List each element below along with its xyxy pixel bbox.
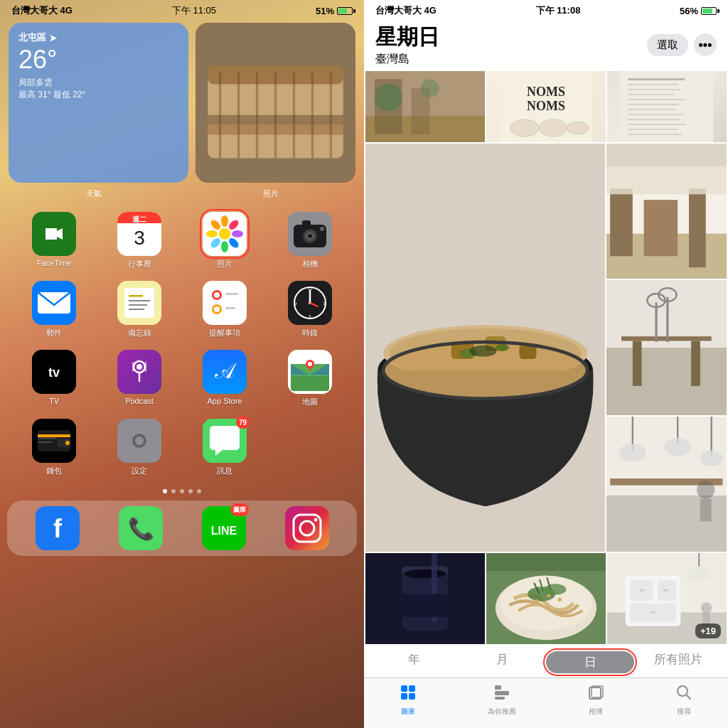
- dock-phone[interactable]: 📞: [119, 506, 163, 550]
- app-calendar[interactable]: 週二3 行事曆: [97, 208, 182, 274]
- tab-day[interactable]: 日: [546, 651, 634, 673]
- app-grid: FaceTime 週二3 行事曆: [0, 205, 364, 483]
- weather-temperature: 26°: [18, 46, 178, 74]
- app-facetime[interactable]: FaceTime: [11, 208, 97, 274]
- dot-5: [197, 489, 201, 493]
- svg-point-48: [214, 292, 220, 298]
- photo-main-soup[interactable]: [365, 144, 605, 552]
- photo-thumb-cafe[interactable]: [365, 71, 485, 142]
- svg-rect-133: [628, 129, 678, 130]
- svg-rect-93: [149, 439, 156, 443]
- app-photos[interactable]: 照片: [182, 208, 267, 274]
- svg-rect-174: [700, 499, 712, 522]
- svg-rect-42: [129, 295, 143, 297]
- svg-point-28: [206, 230, 218, 237]
- weather-widget[interactable]: 北屯區 ➤ 26° 局部多雲 最高 31° 最低 22°: [9, 23, 188, 183]
- photos-header: 星期日 臺灣島 選取 •••: [364, 20, 728, 71]
- svg-point-146: [469, 346, 496, 357]
- facetime-icon: [32, 212, 76, 256]
- widget-labels: 天氣 照片: [0, 188, 364, 205]
- app-reminders[interactable]: 提醒事項: [182, 277, 267, 343]
- select-button[interactable]: 選取: [647, 34, 688, 56]
- app-mail[interactable]: 郵件: [11, 277, 97, 343]
- tab-year[interactable]: 年: [370, 651, 458, 673]
- svg-text:NOMS: NOMS: [527, 85, 565, 99]
- app-tv[interactable]: tv TV: [11, 346, 97, 412]
- svg-rect-52: [225, 307, 235, 309]
- battery-right: 56%: [680, 6, 717, 16]
- svg-point-205: [701, 602, 712, 614]
- svg-rect-105: [285, 506, 329, 550]
- svg-point-189: [558, 598, 562, 601]
- svg-rect-51: [225, 293, 238, 295]
- svg-point-173: [697, 481, 714, 498]
- mail-label: 郵件: [46, 328, 62, 338]
- photo-thumb-menu[interactable]: [607, 71, 727, 142]
- clock-icon: 12369: [288, 281, 332, 325]
- svg-rect-82: [38, 434, 70, 437]
- dock-line[interactable]: LINE 圖庫: [202, 506, 246, 550]
- nav-library[interactable]: 圖庫: [400, 684, 417, 717]
- line-icon: LINE 圖庫: [202, 506, 246, 550]
- photo-grid-bottom: +19: [364, 552, 728, 644]
- svg-point-37: [320, 227, 324, 231]
- app-camera[interactable]: 相機: [267, 208, 353, 274]
- search-label: 搜尋: [677, 707, 691, 717]
- photo-right-interior-1[interactable]: [606, 144, 727, 279]
- svg-rect-159: [691, 341, 700, 386]
- photo-bottom-noodles[interactable]: [486, 553, 606, 644]
- podcast-label: Podcast: [125, 397, 154, 405]
- photo-thumb-noms[interactable]: NOMS NOMS: [486, 71, 606, 142]
- messages-icon: 79: [203, 419, 247, 463]
- nav-foryou[interactable]: 為你推薦: [488, 684, 516, 717]
- svg-rect-211: [495, 685, 501, 690]
- svg-rect-45: [129, 309, 144, 310]
- time-left: 下午 11:05: [172, 4, 216, 17]
- nav-search[interactable]: 搜尋: [675, 684, 692, 717]
- weather-label: 天氣: [9, 188, 178, 199]
- app-clock[interactable]: 12369 時鐘: [267, 277, 353, 343]
- location-arrow-icon: ➤: [49, 33, 57, 43]
- dock-facebook[interactable]: f: [36, 506, 80, 550]
- svg-rect-152: [689, 188, 706, 267]
- tab-month[interactable]: 月: [458, 651, 546, 673]
- facetime-label: FaceTime: [37, 259, 72, 267]
- photo-right-interior-3[interactable]: [606, 417, 727, 552]
- weather-location: 北屯區 ➤: [18, 31, 178, 44]
- reminders-icon: [203, 281, 247, 325]
- carrier-right: 台灣大哥大 4G: [375, 4, 437, 17]
- tab-all[interactable]: 所有照片: [634, 651, 722, 673]
- more-button[interactable]: •••: [694, 33, 717, 56]
- svg-rect-200: [639, 589, 645, 592]
- app-maps[interactable]: 地圖: [267, 346, 353, 412]
- svg-rect-129: [628, 109, 676, 110]
- app-wallet[interactable]: 錢包: [11, 414, 97, 481]
- photo-widget[interactable]: [196, 23, 355, 183]
- svg-rect-122: [621, 71, 713, 142]
- dock-instagram[interactable]: [285, 506, 329, 550]
- svg-text:NOMS: NOMS: [527, 99, 565, 113]
- calendar-icon: 週二3: [117, 212, 161, 256]
- svg-point-35: [308, 234, 312, 238]
- photo-right-interior-2[interactable]: [606, 280, 727, 415]
- svg-rect-43: [129, 300, 150, 301]
- photos-title-row: 星期日 臺灣島 選取 •••: [375, 23, 717, 67]
- photo-bottom-drink[interactable]: [365, 553, 485, 644]
- svg-point-187: [535, 599, 538, 603]
- svg-text:f: f: [53, 514, 63, 543]
- app-podcast[interactable]: Podcast: [97, 346, 182, 412]
- nav-albums[interactable]: 相簿: [587, 684, 604, 717]
- photo-bottom-interior-last[interactable]: +19: [607, 553, 727, 644]
- svg-point-108: [314, 518, 317, 522]
- svg-rect-126: [628, 94, 674, 95]
- time-tabs: 年 月 日 所有照片: [364, 644, 728, 678]
- svg-text:LINE: LINE: [210, 525, 237, 537]
- app-appstore[interactable]: 𝒜 App Store: [182, 346, 267, 412]
- carrier-left: 台灣大哥大 4G: [11, 4, 73, 17]
- app-notes[interactable]: 備忘錄: [97, 277, 182, 343]
- app-messages[interactable]: 79 訊息: [182, 414, 267, 481]
- photos-bottom-nav: 圖庫 為你推薦 相簿 搜尋: [364, 678, 728, 728]
- app-settings[interactable]: 設定: [97, 414, 182, 481]
- svg-point-66: [136, 364, 142, 370]
- empty-cell: [267, 414, 353, 481]
